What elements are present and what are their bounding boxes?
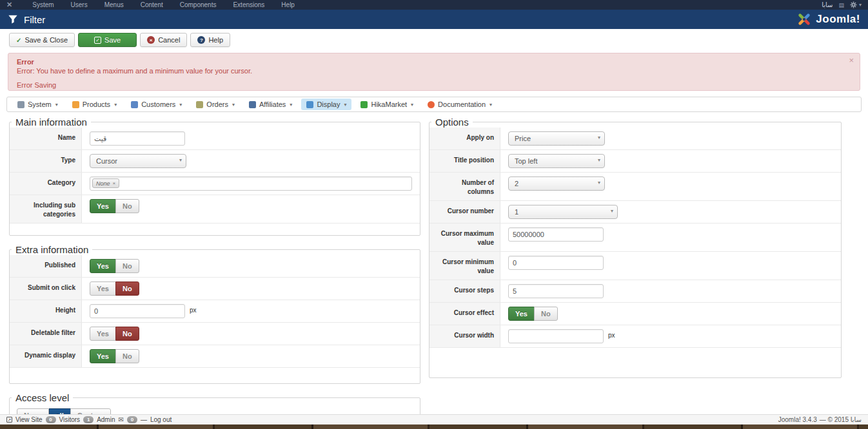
apply-on-row: Apply on Price ▾ [429, 128, 841, 150]
yes-button[interactable]: Yes [90, 259, 116, 273]
gear-icon [850, 1, 857, 8]
tab-customers[interactable]: Customers ▾ [126, 99, 187, 110]
no-button[interactable]: No [115, 327, 139, 341]
filter-funnel-icon [8, 14, 18, 24]
tab-orders[interactable]: Orders ▾ [191, 99, 240, 110]
customers-icon [131, 101, 138, 108]
yes-button[interactable]: Yes [90, 199, 116, 213]
tab-documentation[interactable]: Documentation ▾ [422, 99, 497, 110]
chevron-down-icon: ▾ [489, 102, 492, 108]
close-icon[interactable]: × [849, 55, 854, 65]
page-header: Filter Joomla! [0, 10, 868, 29]
cursor-effect-toggle: Yes No [508, 307, 558, 321]
yes-button[interactable]: Yes [90, 327, 116, 341]
affiliates-icon [249, 101, 256, 108]
tab-system[interactable]: System ▾ [12, 99, 63, 110]
cursor-maximum-row: Cursor maximum value [429, 224, 841, 252]
joomla-logo: Joomla! [797, 12, 860, 26]
help-button[interactable]: ? Help [190, 33, 230, 47]
yes-button[interactable]: Yes [90, 281, 116, 296]
yes-button[interactable]: Yes [90, 349, 116, 363]
no-button[interactable]: No [534, 307, 558, 321]
extra-information-panel: Extra information Published Yes No Submi… [9, 244, 420, 384]
menu-users[interactable]: Users [63, 1, 96, 8]
menu-components[interactable]: Components [172, 1, 225, 8]
apply-on-select[interactable]: Price ▾ [508, 131, 605, 146]
no-button[interactable]: No [115, 259, 139, 273]
number-of-columns-label: Number of columns [429, 173, 500, 200]
hikashop-menu: System ▾ Products ▾ Customers ▾ Orders ▾… [6, 97, 862, 112]
product-box-icon [72, 101, 79, 108]
yes-button[interactable]: Yes [508, 307, 535, 321]
cursor-steps-input[interactable] [508, 284, 604, 298]
view-site-link[interactable]: View Site [15, 416, 43, 423]
footer-version: Joomla! 3.4.3 — © 2015 سابا [778, 416, 862, 423]
documentation-icon [428, 101, 435, 108]
admin-badge: 1 [83, 416, 94, 423]
cursor-number-select[interactable]: 1 ▾ [508, 205, 618, 219]
type-label: Type [10, 150, 82, 172]
px-suffix: px [190, 304, 197, 314]
number-of-columns-select[interactable]: 2 ▾ [508, 176, 605, 191]
cursor-minimum-input[interactable] [508, 256, 604, 270]
background-strip [0, 424, 868, 429]
user-settings-menu[interactable]: ▾ [850, 1, 862, 8]
save-button[interactable]: ✓ Save [78, 33, 137, 47]
chevron-down-icon: ▾ [411, 102, 413, 108]
menu-help[interactable]: Help [273, 1, 303, 8]
cursor-minimum-label: Cursor minimum value [429, 252, 500, 280]
field-control: Yes No [82, 323, 420, 345]
name-input[interactable] [90, 131, 185, 146]
type-select[interactable]: Cursor ▾ [90, 154, 186, 168]
right-column: Options Apply on Price ▾ Title position … [429, 117, 842, 386]
extra-information-legend: Extra information [12, 244, 92, 255]
tab-display[interactable]: Display ▾ [301, 99, 351, 110]
field-control: Yes No [82, 345, 420, 367]
no-button[interactable]: No [115, 281, 139, 296]
field-control [82, 128, 420, 149]
hikamarket-icon [360, 101, 368, 108]
subcategories-label: Including sub categories [10, 195, 82, 223]
title-position-select[interactable]: Top left ▾ [508, 154, 605, 168]
chevron-down-icon: ▾ [179, 157, 182, 163]
title-position-label: Title position [429, 150, 500, 172]
height-input[interactable] [90, 304, 185, 318]
tab-hikamarket[interactable]: HikaMarket ▾ [355, 99, 419, 110]
cursor-width-label: Cursor width [429, 325, 500, 347]
main-information-panel: Main information Name Type Cursor ▾ Cate… [9, 117, 420, 236]
px-suffix: px [608, 329, 615, 339]
published-row: Published Yes No [10, 255, 420, 278]
menu-extensions[interactable]: Extensions [224, 1, 273, 8]
field-control: 1 ▾ [500, 201, 841, 223]
menu-menus[interactable]: Menus [96, 1, 132, 8]
dynamic-display-label: Dynamic display [10, 345, 82, 367]
menu-content[interactable]: Content [132, 1, 172, 8]
no-button[interactable]: No [115, 349, 139, 363]
cancel-button[interactable]: × Cancel [140, 33, 187, 47]
chevron-down-icon: ▾ [55, 102, 58, 108]
joomla-mark-icon: ✕ [6, 1, 12, 9]
chevron-down-icon: ▾ [859, 2, 862, 8]
error-message: Error: You have to define a maximum and … [17, 67, 840, 75]
remove-tag-icon[interactable]: × [113, 180, 116, 186]
type-row: Type Cursor ▾ [10, 150, 420, 173]
no-button[interactable]: No [115, 199, 139, 213]
save-close-button[interactable]: ✓ Save & Close [9, 33, 75, 47]
error-title: Error [17, 58, 840, 66]
save-check-icon: ✓ [94, 37, 101, 44]
cursor-width-input[interactable] [508, 329, 604, 343]
wrench-icon [17, 101, 25, 108]
menu-system[interactable]: System [24, 1, 62, 8]
submit-on-click-label: Submit on click [10, 278, 82, 300]
submit-on-click-toggle: Yes No [90, 281, 139, 296]
cursor-maximum-input[interactable] [508, 227, 604, 242]
logout-link[interactable]: Log out [150, 416, 172, 423]
chevron-down-icon: ▾ [344, 102, 346, 108]
site-name[interactable]: سابا [822, 1, 833, 8]
category-tag-input[interactable]: None × [90, 176, 412, 191]
tab-affiliates[interactable]: Affiliates ▾ [244, 99, 297, 110]
cursor-steps-row: Cursor steps [429, 280, 841, 303]
check-icon: ✓ [16, 37, 21, 44]
tab-products[interactable]: Products ▾ [67, 99, 122, 110]
deletable-filter-label: Deletable filter [10, 323, 82, 345]
